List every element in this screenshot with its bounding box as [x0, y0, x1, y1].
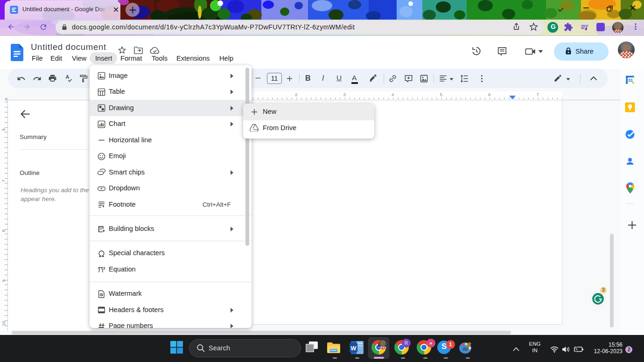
svg-text:31: 31 — [628, 77, 633, 83]
svg-text:W: W — [350, 345, 357, 352]
